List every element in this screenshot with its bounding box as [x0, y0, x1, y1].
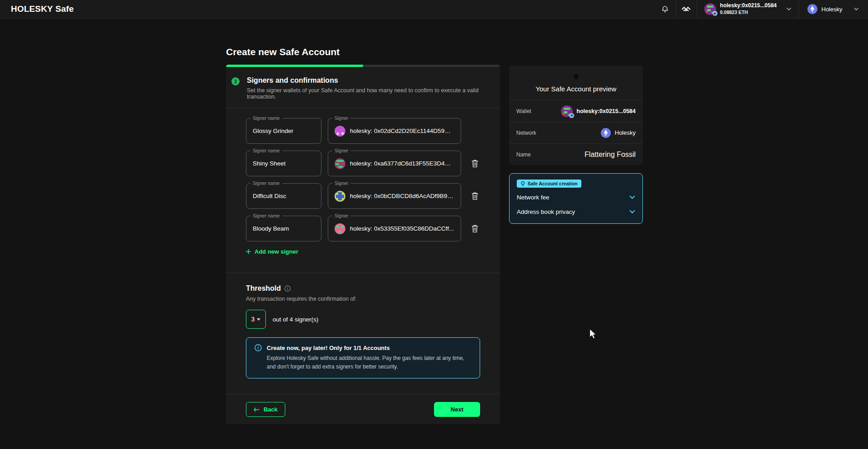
signer-name-value: Shiny Sheet — [253, 160, 286, 167]
account-info: holesky:0x0215...0584 0.08823 ETH — [720, 2, 777, 15]
page-title: Create new Safe Account — [226, 47, 340, 57]
app-logo[interactable]: HOLESKY Safe — [0, 4, 74, 14]
network-name: Holesky — [821, 6, 842, 13]
signer-address-input[interactable]: Signer holesky: 0x53355Ef035C86DDaCCff..… — [328, 216, 461, 241]
signers-list: Signer name Glossy Grinder Signer holesk… — [226, 108, 500, 241]
step-title: Signers and confirmations — [247, 76, 486, 85]
signer-name-value: Bloody Beam — [253, 225, 289, 232]
pay-later-notice: Create now, pay later! Only for 1/1 Acco… — [246, 337, 480, 378]
tips-item-label: Network fee — [517, 194, 549, 201]
arrow-left-icon — [254, 407, 259, 412]
signer-avatar — [335, 223, 345, 234]
plus-icon — [246, 249, 251, 254]
wallet-badge-icon: ◆ — [712, 11, 717, 16]
walletconnect-button[interactable] — [676, 0, 697, 19]
preview-wallet-label: Wallet — [516, 108, 531, 114]
tips-item-label: Address book privacy — [517, 208, 575, 215]
account-avatar: ◆ — [561, 105, 573, 117]
network-selector[interactable]: Holesky — [799, 0, 868, 18]
signer-address-value: holesky: 0x02dCd2D20Ec1144D59D3... — [350, 128, 454, 134]
back-button[interactable]: Back — [246, 402, 285, 417]
trash-icon — [471, 159, 479, 168]
signer-address-input[interactable]: Signer holesky: 0xa6377dC6d13F55E3D4DB..… — [328, 151, 461, 176]
signer-name-value: Difficult Disc — [253, 193, 286, 199]
top-header: HOLESKY Safe ◆ holesky:0x0215...0584 0.0… — [0, 0, 868, 19]
tips-badge-label: Safe Account creation — [528, 181, 577, 186]
step-header: 2 Signers and confirmations Set the sign… — [226, 67, 500, 108]
signer-name-label: Signer name — [250, 115, 282, 121]
signer-avatar — [335, 191, 345, 202]
walletconnect-icon — [681, 6, 691, 13]
create-safe-card: 2 Signers and confirmations Set the sign… — [226, 65, 500, 424]
preview-network-label: Network — [516, 130, 536, 136]
signer-address-value: holesky: 0x0bCDBCD8d6AcADf9B9b... — [350, 193, 454, 199]
remove-signer-button[interactable] — [469, 222, 481, 235]
preview-wallet-row: Wallet ◆ holesky:0x0215...0584 — [509, 100, 643, 122]
signer-name-input[interactable]: Signer name Glossy Grinder — [246, 118, 321, 144]
signer-row: Signer name Glossy Grinder Signer holesk… — [246, 118, 486, 144]
safe-creation-tips-widget: Safe Account creation Network fee Addres… — [509, 173, 643, 224]
chevron-down-icon — [257, 318, 260, 321]
step-number-badge: 2 — [231, 77, 240, 85]
step-subtitle: Set the signer wallets of your Safe Acco… — [247, 87, 486, 100]
next-button[interactable]: Next — [434, 402, 480, 417]
signer-name-label: Signer name — [250, 213, 282, 218]
signer-row: Signer name Bloody Beam Signer holesky: … — [246, 216, 486, 241]
signer-name-input[interactable]: Signer name Shiny Sheet — [246, 151, 321, 176]
lightbulb-icon — [521, 181, 525, 186]
signer-name-label: Signer name — [250, 180, 282, 186]
info-icon — [284, 285, 291, 292]
account-balance: 0.08823 ETH — [720, 9, 777, 16]
tips-item-network-fee[interactable]: Network fee — [517, 194, 635, 201]
add-signer-button[interactable]: Add new signer — [246, 248, 298, 255]
preview-name-row: Name Flattering Fossil — [509, 143, 643, 165]
tips-item-address-book-privacy[interactable]: Address book privacy — [517, 208, 635, 215]
signer-address-label: Signer — [332, 213, 350, 218]
trash-icon — [471, 224, 479, 233]
card-body: 2 Signers and confirmations Set the sign… — [226, 67, 500, 424]
threshold-section: Threshold Any transaction requires the c… — [226, 273, 500, 329]
threshold-value: 3 — [251, 316, 255, 323]
preview-title: Your Safe Account preview — [536, 85, 617, 93]
safe-account-preview-panel: Your Safe Account preview Wallet ◆ holes… — [509, 66, 643, 165]
signer-name-input[interactable]: Signer name Bloody Beam — [246, 216, 321, 241]
preview-network-row: Network Holesky — [509, 122, 643, 143]
remove-signer-button[interactable] — [469, 190, 481, 202]
signer-name-value: Glossy Grinder — [253, 128, 293, 134]
wallet-badge-icon: ◆ — [569, 113, 574, 118]
info-icon — [255, 344, 262, 351]
notice-body: Explore Holesky Safe without additional … — [267, 354, 472, 371]
preview-name-label: Name — [516, 151, 531, 158]
signer-avatar — [335, 158, 345, 169]
signer-row: Signer name Difficult Disc Signer holesk… — [246, 183, 486, 209]
signer-row: Signer name Shiny Sheet Signer holesky: … — [246, 151, 486, 176]
threshold-suffix: out of 4 signer(s) — [273, 316, 318, 323]
signer-address-value: holesky: 0x53355Ef035C86DDaCCff... — [350, 225, 454, 232]
chevron-down-icon — [854, 7, 859, 11]
chevron-down-icon — [629, 210, 635, 214]
card-footer: Back Next — [226, 394, 500, 417]
signer-address-value: holesky: 0xa6377dC6d13F55E3D4DB... — [350, 160, 454, 167]
remove-signer-button[interactable] — [469, 157, 481, 170]
account-address: holesky:0x0215...0584 — [720, 2, 777, 9]
account-menu[interactable]: ◆ holesky:0x0215...0584 0.08823 ETH — [697, 0, 799, 18]
tips-badge: Safe Account creation — [517, 180, 581, 188]
notifications-button[interactable] — [655, 0, 675, 19]
signer-avatar — [335, 126, 345, 137]
threshold-select[interactable]: 3 — [246, 310, 266, 329]
holesky-network-icon — [807, 4, 817, 14]
threshold-subtitle: Any transaction requires the confirmatio… — [246, 296, 480, 302]
signer-address-input[interactable]: Signer holesky: 0x0bCDBCD8d6AcADf9B9b... — [328, 183, 461, 209]
safe-gem-icon — [573, 73, 580, 81]
header-actions: ◆ holesky:0x0215...0584 0.08823 ETH Hole… — [655, 0, 868, 18]
signer-name-input[interactable]: Signer name Difficult Disc — [246, 183, 321, 209]
signer-address-label: Signer — [332, 148, 350, 153]
chevron-down-icon — [629, 195, 635, 199]
trash-icon — [471, 192, 479, 200]
chevron-down-icon — [786, 7, 792, 11]
notice-title: Create now, pay later! Only for 1/1 Acco… — [267, 345, 390, 351]
account-avatar: ◆ — [704, 3, 716, 15]
preview-name-value: Flattering Fossil — [585, 151, 636, 159]
signer-address-input[interactable]: Signer holesky: 0x02dCd2D20Ec1144D59D3..… — [328, 118, 461, 144]
holesky-network-icon — [601, 128, 611, 138]
